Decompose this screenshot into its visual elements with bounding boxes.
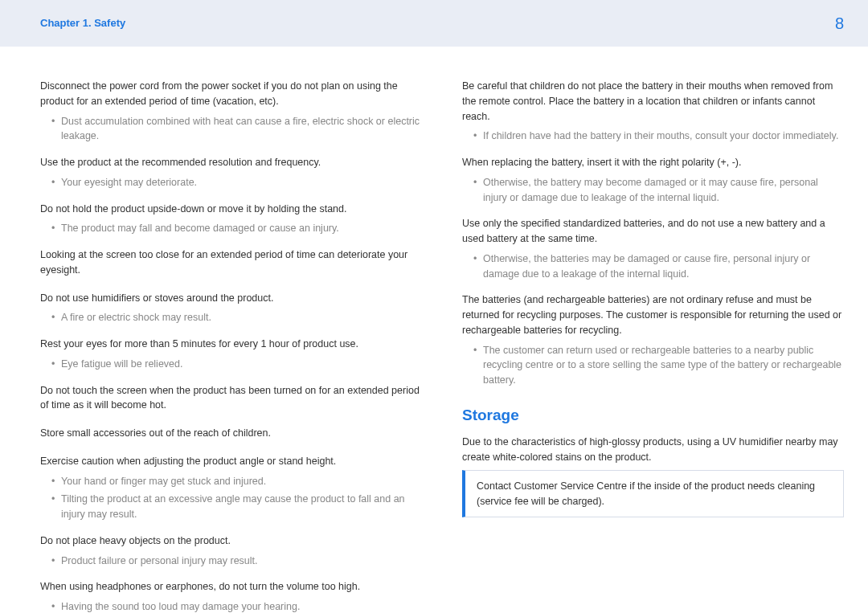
bullet-list: Otherwise, the battery may become damage… bbox=[462, 175, 844, 206]
paragraph: The batteries (and rechargeable batterie… bbox=[462, 292, 844, 337]
bullet-list: The customer can return used or recharge… bbox=[462, 343, 844, 388]
page-header: Chapter 1. Safety 8 bbox=[0, 0, 868, 47]
storage-note-box: Contact Customer Service Centre if the i… bbox=[462, 470, 844, 518]
bullet-list: A fire or electric shock may result. bbox=[40, 310, 422, 325]
left-block: Do not touch the screen when the product… bbox=[40, 383, 422, 414]
bullet-list: Otherwise, the batteries may be damaged … bbox=[462, 251, 844, 282]
page-number: 8 bbox=[835, 11, 844, 35]
bullet-list: The product may fall and become damaged … bbox=[40, 221, 422, 236]
paragraph: Looking at the screen too close for an e… bbox=[40, 247, 422, 278]
bullet-item: The product may fall and become damaged … bbox=[51, 221, 422, 236]
left-block: Use the product at the recommended resol… bbox=[40, 155, 422, 190]
bullet-item: Otherwise, the batteries may be damaged … bbox=[473, 251, 844, 282]
left-block: Looking at the screen too close for an e… bbox=[40, 247, 422, 278]
paragraph: Rest your eyes for more than 5 minutes f… bbox=[40, 337, 422, 352]
left-column: Disconnect the power cord from the power… bbox=[40, 79, 422, 613]
paragraph: Do not place heavy objects on the produc… bbox=[40, 533, 422, 549]
bullet-item: Eye fatigue will be relieved. bbox=[51, 357, 422, 372]
chapter-title: Chapter 1. Safety bbox=[40, 15, 125, 31]
bullet-item: Dust accumulation combined with heat can… bbox=[51, 114, 422, 145]
left-block: Store small accessories out of the reach… bbox=[40, 426, 422, 441]
paragraph: When using headphones or earphones, do n… bbox=[40, 579, 422, 595]
paragraph: Do not use humidifiers or stoves around … bbox=[40, 291, 422, 306]
bullet-list: If children have had the battery in thei… bbox=[462, 129, 844, 144]
left-block: Disconnect the power cord from the power… bbox=[40, 79, 422, 144]
bullet-item: Your hand or finger may get stuck and in… bbox=[51, 474, 422, 489]
bullet-list: Eye fatigue will be relieved. bbox=[40, 357, 422, 372]
bullet-item: A fire or electric shock may result. bbox=[51, 310, 422, 325]
storage-paragraph: Due to the characteristics of high-gloss… bbox=[462, 435, 844, 465]
bullet-list: Your hand or finger may get stuck and in… bbox=[40, 474, 422, 522]
bullet-item: If children have had the battery in thei… bbox=[473, 129, 844, 144]
paragraph: Do not hold the product upside-down or m… bbox=[40, 202, 422, 217]
left-block: Do not use humidifiers or stoves around … bbox=[40, 291, 422, 326]
bullet-item: Tilting the product at an excessive angl… bbox=[51, 492, 422, 522]
bullet-list: Product failure or personal injury may r… bbox=[40, 554, 422, 569]
bullet-item: Your eyesight may deteriorate. bbox=[51, 175, 422, 190]
left-block: Rest your eyes for more than 5 minutes f… bbox=[40, 337, 422, 372]
paragraph: Disconnect the power cord from the power… bbox=[40, 79, 422, 109]
paragraph: When replacing the battery, insert it wi… bbox=[462, 155, 844, 170]
paragraph: Do not touch the screen when the product… bbox=[40, 383, 422, 414]
bullet-item: Product failure or personal injury may r… bbox=[51, 554, 422, 569]
left-block: Exercise caution when adjusting the prod… bbox=[40, 454, 422, 522]
bullet-list: Having the sound too loud may damage you… bbox=[40, 599, 422, 613]
paragraph: Use only the specified standardized batt… bbox=[462, 216, 844, 247]
bullet-item: Having the sound too loud may damage you… bbox=[51, 599, 422, 613]
left-block: When using headphones or earphones, do n… bbox=[40, 579, 422, 613]
paragraph: Use the product at the recommended resol… bbox=[40, 155, 422, 170]
paragraph: Exercise caution when adjusting the prod… bbox=[40, 454, 422, 469]
paragraph: Be careful that children do not place th… bbox=[462, 79, 844, 124]
bullet-item: Otherwise, the battery may become damage… bbox=[473, 175, 844, 206]
bullet-list: Your eyesight may deteriorate. bbox=[40, 175, 422, 190]
right-block: The batteries (and rechargeable batterie… bbox=[462, 292, 844, 388]
right-block: Use only the specified standardized batt… bbox=[462, 216, 844, 281]
left-block: Do not place heavy objects on the produc… bbox=[40, 533, 422, 569]
right-column: Be careful that children do not place th… bbox=[462, 79, 844, 613]
bullet-item: The customer can return used or recharge… bbox=[473, 343, 844, 388]
paragraph: Store small accessories out of the reach… bbox=[40, 426, 422, 441]
left-block: Do not hold the product upside-down or m… bbox=[40, 202, 422, 237]
page-content: Disconnect the power cord from the power… bbox=[0, 47, 868, 613]
bullet-list: Dust accumulation combined with heat can… bbox=[40, 114, 422, 145]
right-block: Be careful that children do not place th… bbox=[462, 79, 844, 144]
storage-heading: Storage bbox=[462, 404, 844, 427]
right-block: When replacing the battery, insert it wi… bbox=[462, 155, 844, 205]
